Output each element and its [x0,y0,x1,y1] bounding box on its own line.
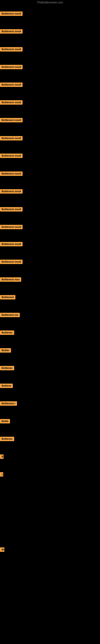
bottleneck-badge: Bottleneck result [0,225,23,229]
bottleneck-badge: Bo [0,548,4,552]
bottleneck-badge: Bottleneck r [0,401,17,406]
bottleneck-badge: Bottleneck result [0,136,23,140]
bottleneck-badge: Bottleneck result [0,172,23,176]
bottleneck-badge: Bottleneck res [0,313,20,317]
bottleneck-badge: Bottleneck result [0,154,23,158]
site-title: TheBottlenecker.com [0,0,100,5]
bottleneck-badge: Bottleneck result [0,47,23,52]
bottleneck-badge: Bottleneck result [0,189,23,194]
bottleneck-badge: Bottle [0,419,10,424]
bottleneck-badge: Bottleneck result [0,242,23,246]
bottleneck-badge: Bottlenec [0,330,14,335]
bottleneck-badge: Bottlenec [0,437,14,441]
bottleneck-badge: | [0,472,3,476]
site-title-text: TheBottlenecker.com [37,1,63,4]
bottleneck-badge: Bottleneck result [0,82,23,87]
bottleneck-badge: Bottleneck resu [0,277,21,282]
bottleneck-badge: Bottleneck result [0,29,23,34]
bottleneck-badge: Bottlenec [0,366,14,370]
bottleneck-badge: Bottleneck result [0,65,23,69]
bottleneck-badge: Bottlene [0,384,13,388]
bottleneck-badge: Bottleneck result [0,12,23,16]
bottleneck-badge: Bottleneck result [0,100,23,105]
bottleneck-badge: Bottleneck result [0,260,23,264]
bottleneck-badge: Bottler [0,348,11,352]
bottleneck-badge: B [0,454,3,459]
bottleneck-badge: Bottleneck [0,295,15,300]
bottleneck-badge: Bottleneck result [0,207,23,212]
bottleneck-badge: Bottleneck result [0,118,23,122]
